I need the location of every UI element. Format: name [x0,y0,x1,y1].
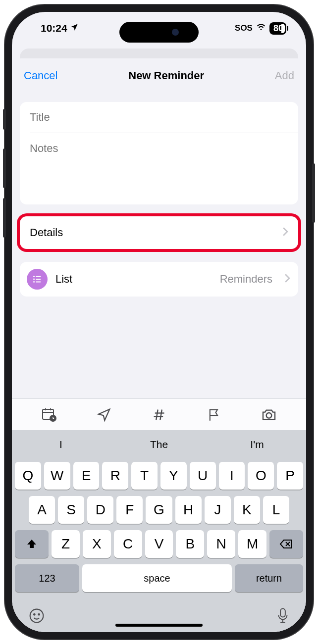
svg-rect-21 [280,608,285,617]
svg-rect-5 [36,282,41,283]
dynamic-island [119,22,199,43]
key-e[interactable]: E [73,462,100,490]
numeric-key[interactable]: 123 [15,564,79,592]
svg-rect-1 [36,276,41,277]
svg-line-14 [160,409,162,420]
key-l[interactable]: L [263,496,289,524]
keyboard-suggestions: I The I'm [12,430,306,459]
svg-point-2 [33,279,35,280]
key-g[interactable]: G [146,496,172,524]
battery-indicator: 80 [269,22,286,35]
title-notes-card [20,102,298,204]
key-j[interactable]: J [205,496,231,524]
suggestion-3[interactable]: I'm [208,439,306,450]
svg-point-19 [34,614,35,615]
phone-frame: 10:24 SOS 80 [5,5,313,639]
details-label: Details [30,226,63,239]
quick-toolbar [12,398,306,430]
keyboard: I The I'm QWERTYUIOP ASDFGHJKL ZXCVBNM [12,398,306,632]
return-key[interactable]: return [235,564,303,592]
list-value: Reminders [220,273,272,286]
list-label: List [55,273,212,286]
suggestion-1[interactable]: I [12,439,110,450]
backspace-key[interactable] [269,530,303,558]
notes-input[interactable] [20,133,298,202]
home-indicator[interactable] [115,624,203,627]
key-u[interactable]: U [190,462,216,490]
key-t[interactable]: T [131,462,158,490]
location-icon[interactable] [94,405,114,425]
key-d[interactable]: D [87,496,113,524]
wifi-icon [256,22,266,34]
svg-point-15 [266,413,271,418]
key-k[interactable]: K [234,496,260,524]
key-q[interactable]: Q [15,462,41,490]
sos-indicator: SOS [235,23,253,33]
key-a[interactable]: A [29,496,55,524]
new-reminder-sheet: Cancel New Reminder Add Details [12,58,306,632]
space-key[interactable]: space [82,564,232,592]
suggestion-2[interactable]: The [110,439,208,450]
key-z[interactable]: Z [52,530,80,558]
svg-rect-3 [36,279,41,280]
location-arrow-icon [70,22,79,34]
sheet-header: Cancel New Reminder Add [12,58,306,93]
key-s[interactable]: S [58,496,84,524]
camera-icon[interactable] [259,405,279,425]
flag-icon[interactable] [204,405,224,425]
key-w[interactable]: W [44,462,70,490]
key-h[interactable]: H [175,496,202,524]
status-time: 10:24 [41,22,67,34]
list-bullet-icon [27,269,48,290]
svg-point-4 [33,281,35,283]
key-v[interactable]: V [145,530,173,558]
key-x[interactable]: X [83,530,111,558]
title-input[interactable] [20,102,298,133]
cancel-button[interactable]: Cancel [24,69,57,82]
chevron-right-icon [284,274,290,285]
key-y[interactable]: Y [160,462,187,490]
key-i[interactable]: I [219,462,245,490]
svg-point-20 [38,614,40,615]
svg-line-13 [156,409,158,420]
key-r[interactable]: R [102,462,128,490]
key-p[interactable]: P [277,462,303,490]
shift-key[interactable] [15,530,49,558]
chevron-right-icon [282,227,288,238]
key-n[interactable]: N [207,530,235,558]
key-o[interactable]: O [248,462,274,490]
microphone-icon[interactable] [276,607,289,626]
sheet-title: New Reminder [128,69,204,82]
calendar-clock-icon[interactable] [39,405,59,425]
svg-point-0 [33,276,35,277]
emoji-icon[interactable] [29,608,45,626]
key-m[interactable]: M [238,530,266,558]
details-row[interactable]: Details [20,216,298,249]
hashtag-icon[interactable] [149,405,169,425]
key-f[interactable]: F [116,496,143,524]
key-c[interactable]: C [114,530,142,558]
key-b[interactable]: B [176,530,204,558]
list-row[interactable]: List Reminders [20,262,298,297]
add-button[interactable]: Add [275,69,294,82]
svg-point-18 [30,609,44,623]
